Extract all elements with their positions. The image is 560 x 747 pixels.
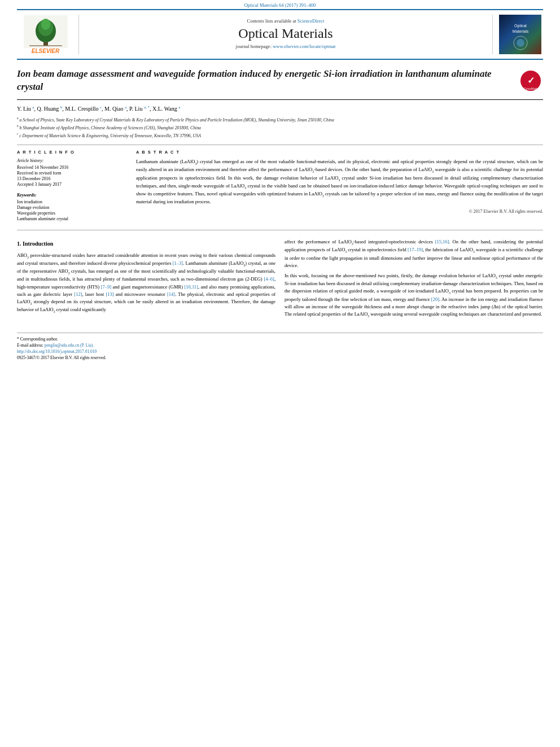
- article-footer: * Corresponding author. E-mail address: …: [17, 333, 543, 360]
- article-info-label: A R T I C L E I N F O: [17, 150, 127, 155]
- affiliation-c: c c Department of Materials Science & En…: [17, 132, 543, 139]
- svg-text:Optical: Optical: [514, 24, 527, 28]
- keyword-1: Ion irradiation: [17, 199, 127, 204]
- keyword-3: Waveguide properties: [17, 211, 127, 216]
- svg-text:✓: ✓: [527, 76, 534, 85]
- keywords-label: Keywords:: [17, 193, 127, 198]
- article-content: Ion beam damage assessment and waveguide…: [17, 60, 543, 321]
- issn-line: 0925-3467/© 2017 Elsevier B.V. All right…: [17, 355, 543, 360]
- section-divider: [17, 230, 543, 230]
- abstract-column: A B S T R A C T Lanthanum aluminate (LaA…: [136, 150, 543, 222]
- svg-rect-6: [499, 15, 541, 54]
- svg-point-4: [41, 19, 50, 30]
- article-info-abstract: A R T I C L E I N F O Article history: R…: [17, 145, 543, 222]
- affiliation-a: a a School of Physics, State Key Laborat…: [17, 116, 543, 124]
- intro-para-2: affect the performance of LaAlO3-based i…: [285, 238, 543, 269]
- keyword-2: Damage evolution: [17, 205, 127, 210]
- intro-left-col: 1. Introduction ABO3 perovskite-structur…: [17, 238, 275, 321]
- copyright-notice: © 2017 Elsevier B.V. All rights reserved…: [136, 208, 543, 215]
- journal-title: Optical Materials: [238, 26, 333, 41]
- intro-para-1: ABO3 perovskite-structured oxides have a…: [17, 252, 275, 314]
- citation-text: Optical Materials 64 (2017) 391–400: [244, 2, 316, 8]
- history-label: Article history:: [17, 158, 127, 163]
- svg-text:Materials: Materials: [513, 29, 529, 33]
- svg-point-10: [517, 39, 524, 47]
- intro-para-3: In this work, focusing on the above-ment…: [285, 272, 543, 318]
- abstract-text: Lanthanum aluminate (LaAlO3) crystal has…: [136, 158, 543, 215]
- journal-header: ELSEVIER Contents lists available at Sci…: [17, 9, 543, 60]
- intro-heading: 1. Introduction: [17, 239, 275, 248]
- sci-direct-link[interactable]: ScienceDirect: [298, 18, 325, 24]
- elsevier-label: ELSEVIER: [32, 48, 59, 54]
- abstract-label: A B S T R A C T: [136, 150, 543, 155]
- abstract-paragraph: Lanthanum aluminate (LaAlO3) crystal has…: [136, 158, 543, 206]
- email-label: E-mail address:: [17, 343, 43, 348]
- article-title-block: Ion beam damage assessment and waveguide…: [17, 68, 518, 94]
- affiliation-b: b b Shanghai Institute of Applied Physic…: [17, 124, 543, 132]
- received-date: Received 14 November 2016: [17, 165, 127, 170]
- article-title-section: Ion beam damage assessment and waveguide…: [17, 60, 543, 100]
- citation-bar: Optical Materials 64 (2017) 391–400: [0, 0, 560, 9]
- article-info-column: A R T I C L E I N F O Article history: R…: [17, 150, 127, 222]
- introduction-section: 1. Introduction ABO3 perovskite-structur…: [17, 238, 543, 321]
- article-title: Ion beam damage assessment and waveguide…: [17, 68, 506, 94]
- keyword-4: Lanthanum aluminate crystal: [17, 216, 127, 221]
- crossmark-section: ✓ CrossMark: [518, 68, 543, 91]
- svg-text:CrossMark: CrossMark: [523, 87, 537, 90]
- elsevier-logo-section: ELSEVIER: [17, 15, 79, 54]
- affiliations-block: a a School of Physics, State Key Laborat…: [17, 116, 543, 139]
- received-revised-label: Received in revised form: [17, 171, 127, 176]
- authors-line: Y. Liu a, Q. Huang b, M.L. Crespillo c, …: [17, 104, 543, 113]
- journal-cover-thumbnail: Optical Materials: [499, 15, 541, 54]
- crossmark-icon: ✓ CrossMark: [520, 70, 541, 91]
- journal-cover-image: Optical Materials: [492, 15, 543, 54]
- homepage-label: journal homepage: www.elsevier.com/locat…: [236, 43, 336, 49]
- doi-line[interactable]: http://dx.doi.org/10.1016/j.optmat.2017.…: [17, 349, 543, 354]
- elsevier-tree-logo: [24, 15, 68, 48]
- email-line: E-mail address: pengliu@sdu.edu.cn (P. L…: [17, 343, 543, 348]
- intro-right-col: affect the performance of LaAlO3-based i…: [285, 238, 543, 321]
- received-revised-date: 13 December 2016: [17, 176, 127, 181]
- corresponding-author-note: * Corresponding author.: [17, 337, 543, 342]
- article-history: Article history: Received 14 November 20…: [17, 158, 127, 187]
- sci-direct-notice: Contents lists available at ScienceDirec…: [247, 18, 325, 24]
- homepage-url[interactable]: www.elsevier.com/locate/optmat: [273, 43, 335, 49]
- accepted-date: Accepted 3 January 2017: [17, 182, 127, 187]
- email-value: pengliu@sdu.edu.cn (P. Liu).: [45, 343, 94, 348]
- header-center: Contents lists available at ScienceDirec…: [79, 15, 492, 54]
- keywords-section: Keywords: Ion irradiation Damage evoluti…: [17, 193, 127, 221]
